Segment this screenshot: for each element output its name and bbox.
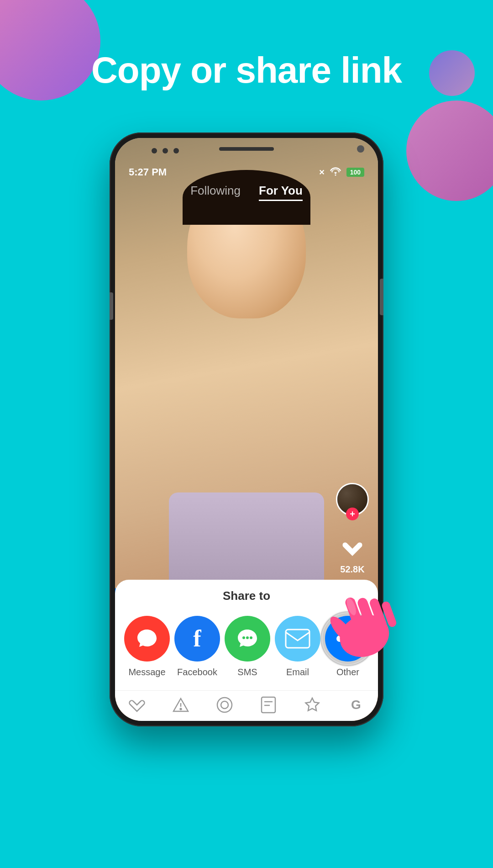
email-icon[interactable] (275, 616, 320, 662)
page-headline: Copy or share link (0, 50, 493, 90)
svg-point-10 (221, 701, 228, 709)
camera-dots (152, 148, 179, 153)
nav-face[interactable] (206, 696, 243, 714)
nav-bookmark[interactable] (250, 696, 287, 714)
nav-warning[interactable] (163, 697, 199, 713)
share-item-email[interactable]: Email (275, 616, 320, 677)
speaker-bar (219, 147, 274, 151)
avatar-container[interactable]: + (336, 483, 369, 516)
svg-point-8 (180, 709, 182, 710)
battery-indicator: 100 (346, 168, 364, 177)
nav-star[interactable] (294, 697, 330, 713)
bg-circle-right (406, 101, 493, 201)
message-icon[interactable] (124, 616, 170, 662)
facebook-label: Facebook (177, 667, 217, 677)
svg-rect-3 (286, 630, 309, 648)
front-camera (357, 145, 364, 153)
following-tab[interactable]: Following (190, 184, 241, 201)
share-item-sms[interactable]: SMS (225, 616, 270, 677)
side-button-right (380, 279, 383, 315)
facebook-icon[interactable]: f (174, 616, 220, 662)
phone-mockup: 5:27 PM ✕ 100 Following For You (110, 132, 383, 726)
x-icon: ✕ (319, 168, 325, 177)
other-label: Other (336, 667, 359, 677)
side-button-left (110, 292, 113, 320)
svg-point-1 (246, 636, 249, 639)
sms-icon[interactable] (225, 616, 270, 662)
hand-cursor (324, 566, 406, 659)
sms-label: SMS (237, 667, 257, 677)
status-icons: ✕ 100 (319, 166, 364, 179)
svg-point-0 (242, 636, 245, 639)
video-navigation[interactable]: Following For You (115, 184, 378, 201)
for-you-tab[interactable]: For You (259, 184, 303, 201)
svg-point-9 (217, 698, 232, 712)
right-action-icons: + 52.8K (336, 483, 369, 575)
status-time: 5:27 PM (129, 166, 167, 178)
message-label: Message (128, 667, 165, 677)
nav-heart[interactable] (119, 697, 155, 713)
svg-point-2 (250, 636, 252, 639)
share-item-facebook[interactable]: f Facebook (174, 616, 220, 677)
status-bar: 5:27 PM ✕ 100 (115, 163, 378, 181)
share-item-message[interactable]: Message (124, 616, 170, 677)
bottom-navigation: G (115, 690, 378, 721)
follow-plus-button[interactable]: + (346, 508, 359, 520)
heart-icon[interactable] (339, 534, 366, 561)
nav-g[interactable]: G (338, 698, 374, 712)
wifi-icon (329, 166, 342, 179)
email-label: Email (286, 667, 309, 677)
